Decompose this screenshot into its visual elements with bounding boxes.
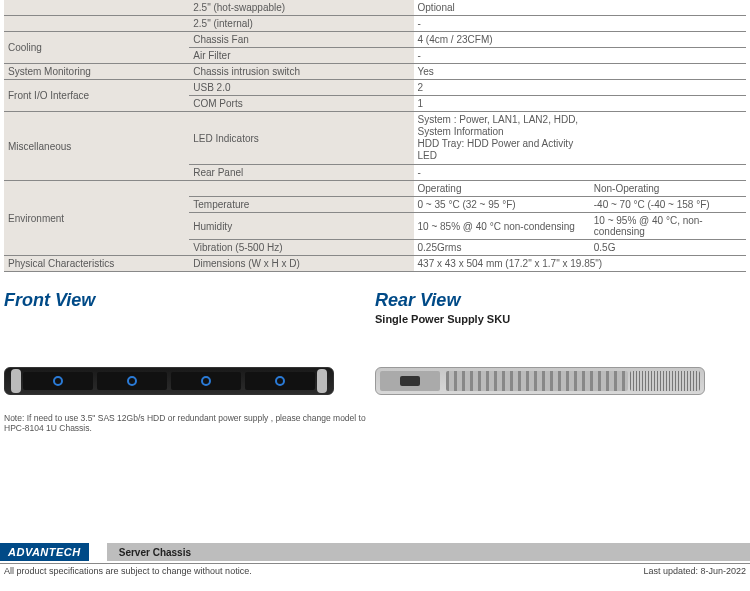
spec-category: System Monitoring [4,64,189,80]
footer-bar: ADVANTECH Server Chassis [0,543,750,561]
front-view-sub [4,313,375,327]
spec-value-2 [590,80,746,96]
footer-updated: Last updated: 8-Jun-2022 [643,566,746,576]
drive-bay [97,372,167,390]
rear-view-title: Rear View [375,290,746,311]
spec-category: Environment [4,181,189,256]
spec-category [4,16,189,32]
spec-value-2 [590,96,746,112]
drive-bay [245,372,315,390]
spec-value-2: 10 ~ 95% @ 40 °C, non-condensing [590,213,746,240]
spec-param: Chassis Fan [189,32,413,48]
spec-param: Humidity [189,213,413,240]
spec-value-2 [590,16,746,32]
front-device-image [4,367,334,395]
spec-value: System : Power, LAN1, LAN2, HDD, System … [414,112,590,165]
spec-value-2 [590,32,746,48]
spec-param: Temperature [189,197,413,213]
spec-row: Front I/O InterfaceUSB 2.02 [4,80,746,96]
spec-param: 2.5" (hot-swappable) [189,0,413,16]
front-view-title: Front View [4,290,375,311]
spec-param: LED Indicators [189,112,413,165]
spec-param: Air Filter [189,48,413,64]
spec-param [189,181,413,197]
spec-value-2 [590,165,746,181]
spec-row: System MonitoringChassis intrusion switc… [4,64,746,80]
spec-value: 4 (4cm / 23CFM) [414,32,590,48]
rack-handle-right [317,369,327,393]
spec-row: CoolingChassis Fan4 (4cm / 23CFM) [4,32,746,48]
front-view-col: Front View [4,290,375,395]
spec-param: Rear Panel [189,165,413,181]
spec-row: 2.5" (internal)- [4,16,746,32]
spec-param: Chassis intrusion switch [189,64,413,80]
spec-value-2 [590,112,746,165]
spec-category [4,0,189,16]
spec-value-2: -40 ~ 70 °C (-40 ~ 158 °F) [590,197,746,213]
page-footer: ADVANTECH Server Chassis All product spe… [0,543,750,578]
rear-view-sub: Single Power Supply SKU [375,313,746,327]
spec-value-2 [590,48,746,64]
spec-value: 0.25Grms [414,240,590,256]
spec-value: 2 [414,80,590,96]
spec-value: - [414,48,590,64]
spec-row: EnvironmentOperatingNon-Operating [4,181,746,197]
footer-category: Server Chassis [107,543,750,561]
spec-value: - [414,165,590,181]
spec-row: MiscellaneousLED IndicatorsSystem : Powe… [4,112,746,165]
spec-value: 10 ~ 85% @ 40 °C non-condensing [414,213,590,240]
rear-view-col: Rear View Single Power Supply SKU [375,290,746,395]
vent-grille [630,371,700,391]
model-note: Note: If need to use 3.5" SAS 12Gb/s HDD… [4,413,384,433]
spec-param: USB 2.0 [189,80,413,96]
views-section: Front View Rear View Single Power Supply… [0,290,750,395]
spec-value: Optional [414,0,590,16]
spec-value-2: 0.5G [590,240,746,256]
spec-value: Yes [414,64,590,80]
drive-bay [171,372,241,390]
rack-handle-left [11,369,21,393]
spec-param: Dimensions (W x H x D) [189,256,413,272]
spec-value-2 [590,0,746,16]
spec-row: Physical CharacteristicsDimensions (W x … [4,256,746,272]
spec-param: COM Ports [189,96,413,112]
spec-table: 2.5" (hot-swappable)Optional2.5" (intern… [4,0,746,272]
footer-disclaimer: All product specifications are subject t… [4,566,252,576]
drive-bay [23,372,93,390]
power-supply [380,371,440,391]
spec-value-2: Non-Operating [590,181,746,197]
spec-row: 2.5" (hot-swappable)Optional [4,0,746,16]
io-ports [446,371,628,391]
spec-value: - [414,16,590,32]
spec-param: Vibration (5-500 Hz) [189,240,413,256]
footer-gap [89,543,107,561]
brand-logo: ADVANTECH [0,543,89,561]
spec-value: 1 [414,96,590,112]
spec-category: Miscellaneous [4,112,189,181]
spec-value: 437 x 43 x 504 mm (17.2" x 1.7" x 19.85"… [414,256,746,272]
spec-value: 0 ~ 35 °C (32 ~ 95 °F) [414,197,590,213]
spec-category: Physical Characteristics [4,256,189,272]
rear-device-image [375,367,705,395]
spec-category: Cooling [4,32,189,64]
spec-value-2 [590,64,746,80]
footer-line: All product specifications are subject t… [0,563,750,578]
spec-param: 2.5" (internal) [189,16,413,32]
spec-value: Operating [414,181,590,197]
spec-category: Front I/O Interface [4,80,189,112]
